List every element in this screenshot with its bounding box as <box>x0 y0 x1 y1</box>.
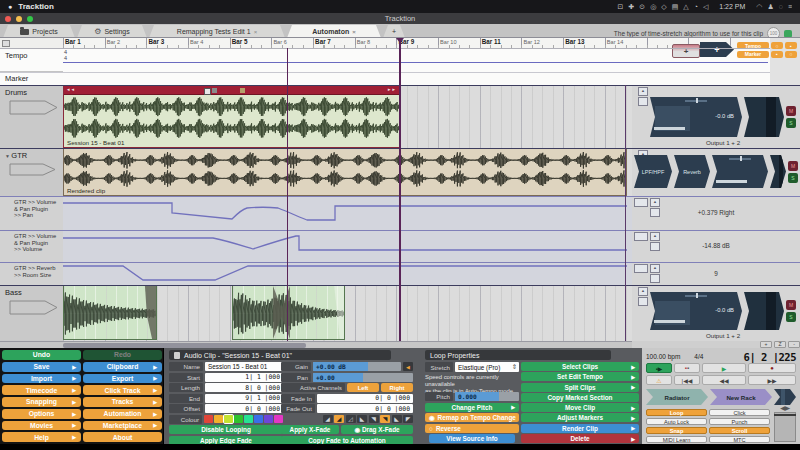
track-collapse-icon[interactable]: ▲ <box>638 287 648 296</box>
zoom-z-button[interactable]: Z <box>774 341 786 348</box>
menu-button-undo[interactable]: Undo <box>2 350 81 360</box>
colour-swatch[interactable] <box>214 415 223 423</box>
track-option-icon[interactable] <box>638 97 648 106</box>
track-io-selector[interactable] <box>9 100 59 115</box>
track-header-gtr[interactable]: ▼ GTR <box>0 148 63 196</box>
app-menu[interactable]: Tracktion <box>18 2 54 11</box>
fade-in-field[interactable]: 0| 0 |000 <box>317 394 413 403</box>
toggle-loop[interactable]: Loop <box>646 409 707 416</box>
tempo-option-icon[interactable]: ○ <box>771 42 783 49</box>
end-field[interactable]: 9| 1 |000 <box>205 394 283 403</box>
marker-track-toggle[interactable]: Marker <box>737 51 769 58</box>
loop-point-icon[interactable] <box>212 88 217 93</box>
printer-icon[interactable]: ▤ <box>672 3 679 10</box>
move-clip-button[interactable]: Move Clip▶ <box>521 403 639 412</box>
solo-button[interactable]: S <box>788 173 798 183</box>
colour-swatch[interactable] <box>204 415 213 423</box>
menu-button-marketplace[interactable]: Marketplace▶ <box>83 421 162 431</box>
apply-xfade-button[interactable]: Apply X-Fade <box>281 425 339 434</box>
track-header-marker[interactable]: Marker <box>0 72 63 85</box>
mute-button[interactable]: M <box>786 106 796 116</box>
menu-button-about[interactable]: About <box>83 432 162 442</box>
menu-button-timecode[interactable]: Timecode▶ <box>2 385 81 395</box>
toggle-click[interactable]: Click <box>709 409 770 416</box>
colour-swatch[interactable] <box>224 415 233 423</box>
offset-field[interactable]: 0| 0 |000 <box>205 404 283 413</box>
camera-icon[interactable]: ⊡ <box>618 3 624 10</box>
track-header-drums[interactable]: Drums <box>0 85 63 148</box>
fade-shape-button[interactable]: ◤ <box>403 415 413 423</box>
menu-button-import[interactable]: Import▶ <box>2 374 81 384</box>
colour-swatch[interactable] <box>234 415 243 423</box>
time-signature-readout[interactable]: 4/4 <box>694 353 703 360</box>
track-header-tempo[interactable]: Tempo <box>0 48 63 72</box>
stretch-dropdown[interactable]: Elastique (Pro)⇕ <box>455 362 519 372</box>
volume-pan-plugin[interactable]: -0.0 dB <box>650 97 742 137</box>
marker-option-icon[interactable]: ○ <box>785 51 797 58</box>
gtr-plugin-strip[interactable]: LPF/HPF Reverb M S <box>634 155 798 188</box>
bass-plugin-strip[interactable]: -0.0 dB M S <box>650 292 796 330</box>
solo-button[interactable]: S <box>786 312 796 322</box>
volume-automation-lane[interactable] <box>63 230 632 262</box>
tempo-curve-line[interactable] <box>63 62 768 63</box>
pan-automation-curve[interactable] <box>63 196 632 230</box>
play-button[interactable]: ▶ <box>702 363 746 373</box>
loop-end-marker-icon[interactable]: ►► <box>387 87 396 92</box>
delete-button[interactable]: Delete▶ <box>521 434 639 443</box>
rack-radiator[interactable]: Radiator <box>646 389 708 405</box>
marker-lane[interactable] <box>63 72 770 85</box>
track-header-gtr-reverb-automation[interactable]: GTR >> Reverb >> Room Size <box>0 262 63 285</box>
record-button[interactable]: ● <box>748 363 796 373</box>
select-clips-button[interactable]: Select Clips▶ <box>521 362 639 371</box>
gtr-lane[interactable]: Rendered clip <box>63 148 632 196</box>
master-pan-icon[interactable]: ◆ <box>780 404 790 411</box>
bpm-readout[interactable]: 100.00 bpm <box>646 353 680 360</box>
gain-slider[interactable]: +0.00 dB <box>313 362 401 371</box>
drag-xfade-button[interactable]: ◉Drag X-Fade <box>341 425 413 434</box>
lpf-hpf-plugin[interactable]: LPF/HPF <box>634 155 672 188</box>
rewind-button[interactable]: ◀◀ <box>702 375 746 385</box>
colour-swatch[interactable] <box>244 415 253 423</box>
pan-thumb[interactable] <box>696 98 698 103</box>
track-collapse-icon[interactable]: ▲ <box>650 198 660 207</box>
menu-button-movies[interactable]: Movies▶ <box>2 421 81 431</box>
automation-param-icon[interactable] <box>634 232 648 241</box>
copy-marked-section-button[interactable]: Copy Marked Section <box>521 393 639 402</box>
shield-icon[interactable]: ✚ <box>628 3 634 10</box>
fader-thumb[interactable] <box>654 127 685 130</box>
loop-point-icon[interactable] <box>240 88 245 93</box>
fade-shape-button[interactable]: ◢ <box>323 415 333 423</box>
toggle-snap[interactable]: Snap <box>646 427 707 434</box>
reverb-plugin[interactable]: Reverb <box>674 155 710 188</box>
globe-icon[interactable]: ◎ <box>650 3 656 10</box>
tempo-lane[interactable]: 44 <box>63 48 770 72</box>
toggle-mtc[interactable]: MTC <box>709 436 770 443</box>
set-edit-tempo-button[interactable]: Set Edit Tempo▶ <box>521 372 639 381</box>
track-header-gtr-volume-automation[interactable]: GTR >> Volume & Pan Plugin >> Volume <box>0 230 63 262</box>
pan-slider[interactable]: +0.00 <box>313 373 413 382</box>
edit-cursor[interactable] <box>287 48 288 341</box>
playhead-line[interactable] <box>399 38 401 341</box>
fade-shape-button[interactable]: ◣ <box>357 415 367 423</box>
menu-button-help[interactable]: Help▶ <box>2 432 81 442</box>
disable-looping-button[interactable]: Disable Looping <box>169 425 283 434</box>
pitch-slider[interactable]: 0.000 <box>455 392 519 401</box>
bass-clip-2[interactable] <box>232 285 345 340</box>
menu-button-export[interactable]: Export▶ <box>83 374 162 384</box>
loop-point-icon[interactable] <box>204 88 211 95</box>
menu-button-save[interactable]: Save▶ <box>2 362 81 372</box>
position-readout[interactable]: 6| 2 |225 <box>744 351 796 363</box>
wifi-icon[interactable]: ◠ <box>756 3 762 10</box>
colour-swatch[interactable] <box>254 415 263 423</box>
fader-thumb[interactable] <box>654 320 685 323</box>
timeline-ruler[interactable]: Bar 1Bar 2Bar 3Bar 4Bar 5Bar 6Bar 7Bar 8… <box>63 38 770 48</box>
info-icon[interactable]: ⊙ <box>639 3 645 10</box>
fade-shape-button[interactable]: ◥ <box>380 415 390 423</box>
master-fader[interactable]: ◆ <box>774 406 796 442</box>
menu-button-click-track[interactable]: Click Track▶ <box>83 385 162 395</box>
rack-new-rack[interactable]: New Rack <box>710 389 772 405</box>
add-marker-button[interactable]: + <box>672 44 700 58</box>
menu-button-redo[interactable]: Redo <box>83 350 162 360</box>
render-clip-button[interactable]: Render Clip▶ <box>521 424 639 433</box>
toggle-punch[interactable]: Punch <box>709 418 770 425</box>
